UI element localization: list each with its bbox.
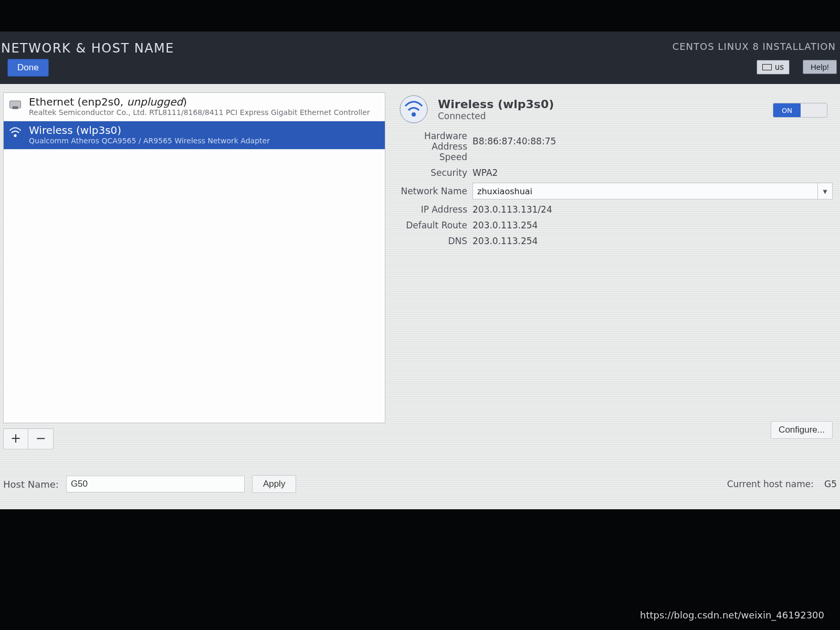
hostname-label: Host Name: [3, 479, 59, 490]
device-item-wireless[interactable]: Wireless (wlp3s0) Qualcomm Atheros QCA95… [4, 121, 385, 150]
main-panel: Ethernet (enp2s0, unplugged) Realtek Sem… [0, 84, 840, 509]
label-speed: Speed [399, 152, 472, 162]
device-subtitle: Realtek Semiconductor Co., Ltd. RTL8111/… [29, 108, 370, 117]
label-route: Default Route [399, 220, 472, 230]
configure-button[interactable]: Configure... [771, 421, 833, 439]
device-list-buttons: + − [3, 428, 385, 449]
page-title: NETWORK & HOST NAME [1, 41, 174, 56]
done-button[interactable]: Done [7, 59, 49, 77]
keyboard-layout-label: us [775, 62, 784, 72]
add-device-button[interactable]: + [3, 428, 28, 449]
wireless-status-icon [399, 94, 428, 124]
label-security: Security [399, 167, 472, 178]
wireless-icon [8, 125, 23, 140]
remove-device-button[interactable]: − [28, 428, 54, 449]
value-security: WPA2 [472, 167, 498, 178]
hostname-input[interactable] [66, 476, 245, 492]
device-list: Ethernet (enp2s0, unplugged) Realtek Sem… [3, 92, 385, 423]
keyboard-icon [762, 64, 772, 70]
svg-point-3 [400, 96, 427, 123]
device-item-ethernet[interactable]: Ethernet (enp2s0, unplugged) Realtek Sem… [4, 93, 385, 121]
screen: NETWORK & HOST NAME Done CENTOS LINUX 8 … [0, 0, 840, 630]
chevron-down-icon: ▾ [817, 183, 832, 199]
detail-device-name: Wireless (wlp3s0) [438, 98, 554, 111]
label-dns: DNS [399, 236, 472, 246]
current-hostname-label: Current host name: [727, 479, 814, 489]
apply-button[interactable]: Apply [252, 475, 297, 493]
device-text: Wireless (wlp3s0) Qualcomm Atheros QCA95… [29, 124, 270, 145]
device-title: Ethernet (enp2s0, unplugged) [29, 96, 370, 108]
detail-device-status: Connected [438, 111, 554, 121]
device-detail: Wireless (wlp3s0) Connected ON Hardware … [399, 94, 833, 430]
value-route: 203.0.113.254 [472, 220, 538, 230]
detail-titles: Wireless (wlp3s0) Connected [438, 98, 554, 121]
detail-kv: Hardware AddressB8:86:87:40:88:75 Speed … [399, 133, 833, 249]
svg-point-4 [412, 112, 416, 117]
label-hw: Hardware Address [399, 131, 472, 152]
toggle-on-label: ON [773, 103, 801, 117]
watermark: https://blog.csdn.net/weixin_46192300 [640, 610, 824, 621]
label-netname: Network Name [399, 186, 472, 196]
help-button[interactable]: Help! [803, 60, 837, 74]
device-subtitle: Qualcomm Atheros QCA9565 / AR9565 Wirele… [29, 136, 270, 145]
current-hostname-value: G5 [824, 479, 837, 489]
value-ip: 203.0.113.131/24 [472, 204, 552, 215]
value-hw: B8:86:87:40:88:75 [472, 136, 556, 146]
label-ip: IP Address [399, 204, 472, 215]
value-dns: 203.0.113.254 [472, 236, 538, 246]
network-name-value: zhuxiaoshuai [477, 186, 532, 196]
svg-rect-1 [13, 107, 18, 109]
detail-header: Wireless (wlp3s0) Connected [399, 94, 833, 124]
device-title: Wireless (wlp3s0) [29, 124, 270, 136]
hostname-row: Host Name: Apply Current host name: G5 [3, 472, 837, 496]
network-name-dropdown[interactable]: zhuxiaoshuai ▾ [472, 183, 833, 200]
connection-toggle[interactable]: ON [773, 103, 827, 118]
header-bar: NETWORK & HOST NAME Done CENTOS LINUX 8 … [0, 32, 840, 84]
installer-label: CENTOS LINUX 8 INSTALLATION [673, 41, 836, 52]
device-text: Ethernet (enp2s0, unplugged) Realtek Sem… [29, 96, 370, 117]
ethernet-icon [8, 97, 23, 112]
svg-point-2 [14, 134, 16, 137]
keyboard-indicator[interactable]: us [757, 60, 790, 75]
